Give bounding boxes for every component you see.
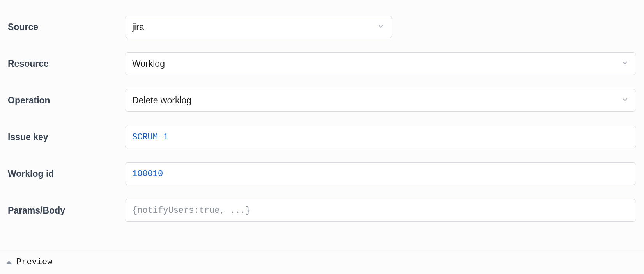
preview-label: Preview bbox=[16, 257, 52, 267]
resource-select-value: Worklog bbox=[125, 52, 636, 75]
operation-select[interactable]: Delete worklog bbox=[125, 89, 636, 112]
source-select[interactable]: jira bbox=[125, 16, 392, 38]
triangle-up-icon bbox=[6, 260, 12, 264]
preview-footer[interactable]: Preview bbox=[0, 250, 644, 274]
operation-select-value: Delete worklog bbox=[125, 89, 636, 112]
form-container: Source jira Resource Worklog Operation D… bbox=[0, 0, 644, 251]
source-row: Source jira bbox=[8, 16, 636, 38]
worklog-id-input[interactable] bbox=[125, 162, 636, 185]
issue-key-input[interactable] bbox=[125, 126, 636, 148]
source-label: Source bbox=[8, 22, 125, 32]
resource-row: Resource Worklog bbox=[8, 52, 636, 75]
source-select-value: jira bbox=[125, 16, 392, 38]
issue-key-row: Issue key bbox=[8, 126, 636, 148]
operation-label: Operation bbox=[8, 95, 125, 106]
resource-label: Resource bbox=[8, 59, 125, 69]
worklog-id-row: Worklog id bbox=[8, 162, 636, 185]
params-body-label: Params/Body bbox=[8, 205, 125, 216]
worklog-id-label: Worklog id bbox=[8, 169, 125, 179]
params-body-input[interactable] bbox=[125, 199, 636, 222]
issue-key-label: Issue key bbox=[8, 132, 125, 142]
resource-select[interactable]: Worklog bbox=[125, 52, 636, 75]
operation-row: Operation Delete worklog bbox=[8, 89, 636, 112]
params-body-row: Params/Body bbox=[8, 199, 636, 222]
